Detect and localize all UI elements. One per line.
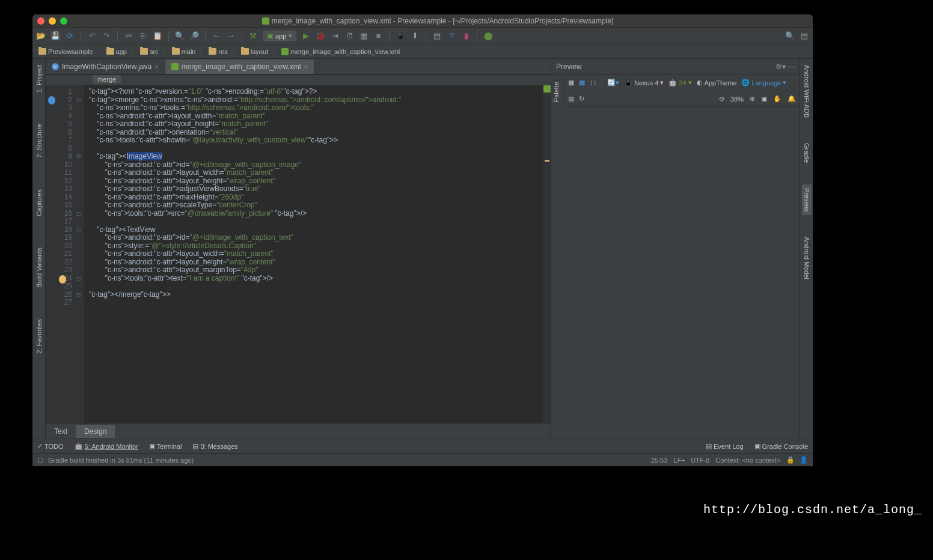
avd-icon[interactable]: 📱 [396, 31, 405, 41]
context-label[interactable]: Context: <no context> [715, 457, 780, 464]
settings-icon[interactable]: ▤ [800, 31, 809, 41]
coverage-icon[interactable]: ▦ [359, 31, 369, 41]
breadcrumb-item[interactable]: layout [239, 47, 271, 56]
hide-icon[interactable]: — [788, 62, 795, 71]
find-icon[interactable]: 🔍 [175, 31, 185, 41]
messages-tab[interactable]: ▤ 0: Messages [192, 442, 237, 450]
notifications-icon[interactable]: 🔔 [788, 95, 796, 103]
gear-icon[interactable]: ⚙▾ [775, 62, 786, 71]
sdk-icon[interactable]: ⬇ [410, 31, 420, 41]
structure-icon[interactable]: ▤ [432, 31, 442, 41]
zoom-in-icon[interactable]: ⊕ [750, 95, 755, 103]
breadcrumb-item[interactable]: res [206, 47, 230, 56]
stop-icon[interactable]: ■ [373, 31, 383, 41]
palette-tab[interactable]: Palette [551, 78, 561, 106]
file-encoding[interactable]: UTF-8 [691, 457, 709, 464]
breadcrumb-item[interactable]: merge_image_with_caption_view.xml [279, 47, 402, 56]
device-selector[interactable]: 📱Nexus 4▾ [624, 79, 664, 87]
show-warnings-icon[interactable]: ▤ [568, 95, 574, 103]
build-variants-tool-tab[interactable]: Build Variants [34, 244, 44, 291]
lock-icon[interactable]: 🔒 [786, 456, 795, 464]
undo-icon[interactable]: ↶ [87, 31, 97, 41]
locale-selector[interactable]: 🌐Language▾ [741, 79, 786, 87]
preview-tab[interactable]: Preview [802, 184, 812, 215]
api-selector[interactable]: 🤖24▾ [668, 79, 691, 87]
fold-icon[interactable]: ⊡ [76, 275, 81, 284]
profile-icon[interactable]: ⏱ [344, 31, 354, 41]
theme-selector[interactable]: ◐AppTheme [697, 79, 737, 87]
paste-icon[interactable]: 📋 [153, 31, 162, 41]
sync-icon[interactable]: ⟳ [65, 31, 75, 41]
copy-icon[interactable]: ⎘ [138, 31, 148, 41]
breadcrumb-item[interactable]: main [170, 47, 198, 56]
breadcrumb-item[interactable]: Previewsample [36, 47, 96, 56]
fold-icon[interactable]: ⊡ [76, 291, 81, 300]
design-view-icon[interactable]: ▦ [568, 79, 574, 87]
orientation-icon[interactable]: 🔄▾ [607, 79, 619, 87]
forward-icon[interactable]: → [226, 31, 236, 41]
fold-icon[interactable]: ⊟ [76, 153, 81, 161]
android-monitor-tab[interactable]: 🤖 6: Android Monitor [75, 442, 138, 450]
gutter-class-icon[interactable] [48, 96, 55, 105]
project-tool-tab[interactable]: 1: Project [34, 61, 44, 96]
replace-icon[interactable]: 🔎 [189, 31, 199, 41]
favorites-tool-tab[interactable]: 2: Favorites [34, 315, 44, 357]
pan-icon[interactable]: ✋ [773, 95, 782, 103]
editor-tab-java[interactable]: C ImageWithCaptionView.java × [46, 59, 165, 74]
close-window-icon[interactable] [37, 17, 44, 25]
java-class-icon: C [52, 63, 59, 70]
editor-body[interactable]: ⊟ ⊟ ⊡ ⊟ ⊡ ⊡ 1234567891011121314151617181… [46, 85, 551, 423]
captures-tool-tab[interactable]: Captures [34, 186, 44, 220]
cursor-position[interactable]: 25:53 [651, 457, 668, 464]
status-toggle-icon[interactable]: ▢ [37, 456, 43, 464]
fold-icon[interactable]: ⊡ [76, 210, 81, 219]
breadcrumb-item[interactable]: src [138, 47, 161, 56]
blueprint-view-icon[interactable]: ▦ [579, 79, 585, 87]
todo-tab[interactable]: ✓ TODO [37, 442, 64, 450]
inspection-ok-icon[interactable] [543, 85, 551, 93]
gradle-console-tab[interactable]: ▣ Gradle Console [754, 442, 808, 450]
folder-icon [140, 48, 148, 55]
help-icon[interactable]: ? [447, 31, 456, 41]
open-icon[interactable]: 📂 [36, 31, 46, 41]
text-tab[interactable]: Text [46, 425, 76, 438]
cut-icon[interactable]: ✂ [124, 31, 133, 41]
device-icon[interactable]: ▮ [461, 31, 471, 41]
design-tab[interactable]: Design [76, 425, 115, 438]
terminal-tab[interactable]: ▣ Terminal [149, 442, 182, 450]
run-config-selector[interactable]: ▣ app ▾ [263, 31, 296, 41]
attach-icon[interactable]: ⇥ [330, 31, 340, 41]
debug-icon[interactable]: 🐞 [316, 31, 325, 41]
folder-icon [106, 48, 114, 55]
android-model-tab[interactable]: Android Model [802, 233, 812, 283]
save-icon[interactable]: 💾 [50, 31, 60, 41]
editor-tab-xml[interactable]: merge_image_with_caption_view.xml × [165, 59, 314, 74]
zoom-out-icon[interactable]: ⊖ [719, 95, 724, 103]
warning-marker-icon[interactable] [545, 160, 549, 162]
gutter-bulb-icon[interactable] [59, 275, 66, 284]
back-icon[interactable]: ← [212, 31, 221, 41]
wifi-adb-tab[interactable]: Android WiFi ADB [802, 61, 812, 121]
breadcrumb-item[interactable]: app [104, 47, 129, 56]
fold-icon[interactable]: ⊟ [76, 96, 81, 105]
run-icon[interactable]: ▶ [301, 31, 311, 41]
gradle-tab[interactable]: Gradle [802, 139, 812, 166]
event-log-tab[interactable]: ▤ Event Log [706, 442, 744, 450]
hector-icon[interactable]: 👤 [800, 456, 808, 464]
breadcrumb-tag[interactable]: merge [93, 75, 121, 84]
line-ending[interactable]: LF÷ [673, 457, 685, 464]
close-tab-icon[interactable]: × [154, 63, 158, 70]
refresh-icon[interactable]: ↻ [579, 95, 584, 103]
fold-icon[interactable]: ⊟ [76, 226, 81, 234]
structure-tool-tab[interactable]: 7: Structure [34, 120, 44, 162]
code-area[interactable]: "c-tag"><?xml "c-ns">version:="1.0" "c-n… [84, 85, 401, 423]
minimize-window-icon[interactable] [49, 17, 56, 25]
search-everywhere-icon[interactable]: 🔍 [785, 31, 795, 41]
both-view-icon[interactable]: ⫶⫶ [590, 79, 597, 87]
build-icon[interactable]: ⚒ [248, 31, 258, 41]
maximize-window-icon[interactable] [60, 17, 67, 25]
android-logo-icon[interactable]: ⬤ [483, 31, 493, 41]
redo-icon[interactable]: ↷ [102, 31, 111, 41]
close-tab-icon[interactable]: × [304, 63, 307, 70]
zoom-fit-icon[interactable]: ▣ [761, 95, 767, 103]
